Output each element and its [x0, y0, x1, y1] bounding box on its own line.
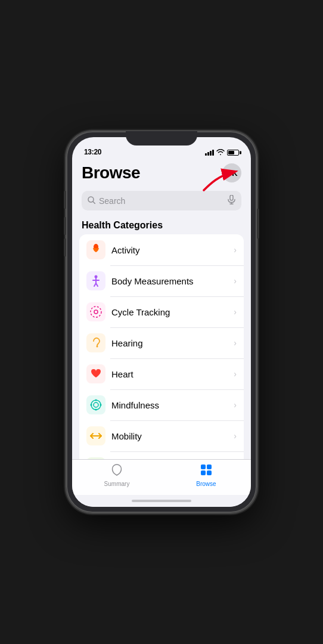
browse-tab-label: Browse [196, 481, 216, 487]
heart-icon [86, 364, 105, 383]
tab-summary[interactable]: Summary [72, 460, 162, 490]
svg-point-15 [91, 400, 101, 410]
svg-point-16 [94, 402, 98, 407]
svg-point-18 [95, 409, 97, 411]
tab-browse[interactable]: Browse [162, 460, 251, 490]
phone-screen: 13:20 [72, 137, 251, 507]
summary-tab-icon [110, 463, 123, 479]
list-item[interactable]: Mobility › [79, 420, 244, 451]
mindfulness-icon [86, 395, 105, 414]
heart-label: Heart [111, 369, 234, 379]
wifi-icon [216, 149, 225, 156]
signal-icon [205, 150, 214, 156]
svg-point-19 [91, 404, 92, 406]
chevron-icon: › [234, 338, 237, 348]
chevron-icon: › [234, 369, 237, 379]
search-bar[interactable]: Search [82, 191, 241, 210]
body-icon [86, 271, 105, 290]
svg-point-14 [97, 346, 98, 348]
list-item[interactable]: Body Measurements › [79, 265, 244, 296]
status-time: 13:20 [84, 148, 101, 156]
svg-rect-32 [207, 470, 212, 475]
hearing-icon [86, 333, 105, 352]
cycle-label: Cycle Tracking [111, 307, 234, 317]
list-item[interactable]: Hearing › [79, 327, 244, 358]
svg-point-12 [91, 306, 101, 317]
battery-icon [227, 150, 239, 156]
ok-button[interactable]: OK [222, 163, 241, 182]
svg-point-13 [94, 310, 98, 314]
list-item[interactable]: Cycle Tracking › [79, 296, 244, 327]
mindfulness-label: Mindfulness [111, 400, 234, 410]
chevron-icon: › [234, 276, 237, 286]
mobility-label: Mobility [111, 431, 234, 441]
svg-rect-31 [201, 470, 206, 475]
section-title: Health Categories [72, 215, 251, 234]
search-placeholder-text: Search [99, 196, 224, 206]
mobility-icon [86, 426, 105, 445]
svg-rect-29 [201, 465, 206, 469]
cycle-icon [86, 302, 105, 321]
categories-list: Activity › Body Measurements [79, 234, 244, 459]
svg-line-11 [96, 283, 98, 286]
notch [126, 131, 197, 145]
activity-icon [86, 240, 105, 259]
tab-bar: Summary Browse [72, 459, 251, 495]
chevron-icon: › [234, 400, 237, 410]
list-item[interactable]: Heart › [79, 358, 244, 389]
hearing-label: Hearing [111, 338, 234, 348]
svg-point-20 [100, 404, 102, 406]
scroll-content[interactable]: Browse OK [72, 159, 251, 459]
list-item[interactable]: Mindfulness › [79, 389, 244, 420]
home-bar [132, 500, 191, 502]
list-item[interactable]: Activity › [79, 234, 244, 265]
nutrition-icon [86, 457, 105, 459]
header-top: Browse OK [82, 163, 241, 182]
browse-tab-icon [200, 463, 213, 479]
mic-icon[interactable] [228, 195, 235, 206]
header: Browse OK [72, 159, 251, 191]
svg-rect-30 [207, 465, 212, 469]
chevron-icon: › [234, 245, 237, 255]
svg-rect-3 [230, 195, 233, 200]
activity-label: Activity [111, 245, 234, 255]
svg-point-17 [95, 400, 97, 401]
phone-frame: 13:20 [66, 131, 257, 513]
summary-tab-label: Summary [104, 481, 130, 487]
svg-line-2 [93, 202, 95, 204]
home-indicator [72, 495, 251, 507]
body-label: Body Measurements [111, 276, 234, 286]
chevron-icon: › [234, 431, 237, 441]
search-icon [88, 196, 95, 206]
chevron-icon: › [234, 307, 237, 317]
list-item[interactable]: Nutrition › [79, 451, 244, 459]
status-icons [205, 149, 239, 156]
page-title: Browse [82, 163, 140, 182]
